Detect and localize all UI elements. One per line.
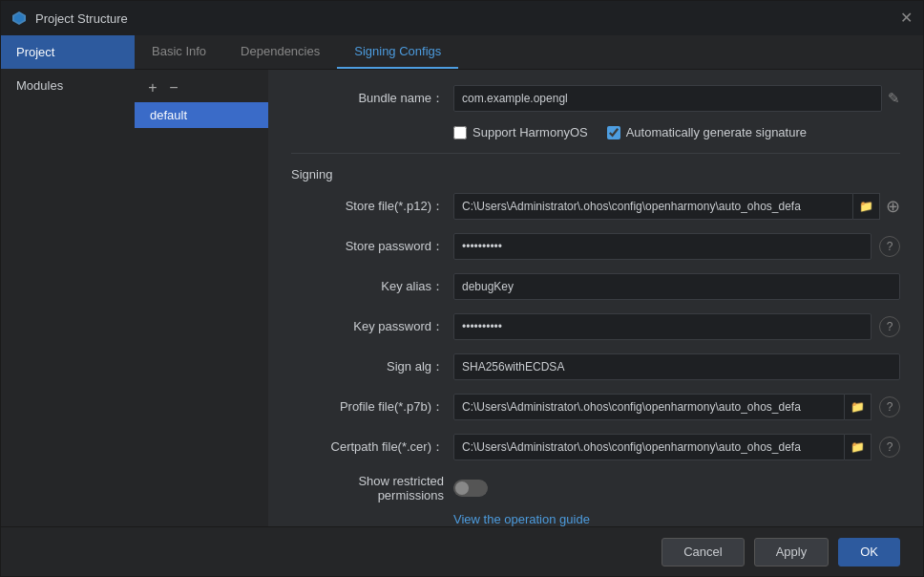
profile-file-label: Profile file(*.p7b)： [291, 398, 453, 416]
certpath-file-input-group: 📁 [453, 434, 872, 460]
certpath-file-row: Certpath file(*.cer)： 📁 ? [291, 434, 900, 460]
profile-file-row: Profile file(*.p7b)： 📁 ? [291, 394, 900, 420]
ok-button[interactable]: OK [838, 538, 900, 566]
main-area: Project Modules Basic Info Dependencies … [1, 35, 923, 526]
sidebar-item-project[interactable]: Project [1, 35, 135, 69]
store-file-row: Store file(*.p12)： 📁 ⊕ [291, 193, 900, 220]
store-password-row: Store password： ? [291, 233, 900, 260]
show-restricted-label: Show restricted permissions [291, 474, 453, 502]
app-icon [10, 10, 28, 27]
window-title: Project Structure [35, 11, 898, 26]
key-alias-row: Key alias： [291, 273, 900, 300]
store-file-input[interactable] [453, 193, 853, 220]
sign-alg-input[interactable] [453, 353, 900, 380]
key-alias-input[interactable] [453, 273, 900, 300]
cancel-button[interactable]: Cancel [662, 538, 744, 566]
folder-icon-2: 📁 [850, 400, 865, 414]
sign-alg-row: Sign alg： [291, 353, 900, 380]
bundle-name-row: Bundle name： ✎ [291, 85, 900, 112]
title-bar: Project Structure ✕ [1, 1, 923, 35]
store-password-input[interactable] [453, 233, 872, 260]
show-restricted-toggle[interactable] [453, 480, 488, 497]
main-window: Project Structure ✕ Project Modules Basi… [0, 0, 924, 577]
certpath-file-input[interactable] [453, 434, 845, 460]
panel: + − default Bundle name： ✎ [135, 70, 923, 526]
store-file-label: Store file(*.p12)： [291, 198, 453, 215]
operation-guide-container: View the operation guide [453, 512, 900, 526]
checkbox-row: Support HarmonyOS Automatically generate… [453, 125, 900, 139]
auto-signature-label: Automatically generate signature [626, 125, 807, 139]
remove-module-button[interactable]: − [163, 77, 184, 98]
tab-basic-info[interactable]: Basic Info [135, 35, 223, 69]
key-password-input[interactable] [453, 313, 872, 340]
folder-icon: 📁 [859, 200, 873, 213]
certpath-file-help-icon[interactable]: ? [879, 437, 900, 458]
sign-alg-label: Sign alg： [291, 358, 453, 375]
module-toolbar: + − [135, 74, 268, 102]
module-list: + − default [135, 70, 268, 526]
operation-guide-link[interactable]: View the operation guide [453, 512, 590, 526]
store-file-input-group: 📁 [453, 193, 880, 220]
profile-file-browse-button[interactable]: 📁 [845, 394, 872, 420]
close-icon[interactable]: ✕ [898, 11, 914, 26]
sidebar: Project Modules [1, 35, 135, 526]
profile-file-help-icon[interactable]: ? [879, 396, 900, 417]
support-harmonyos-label: Support HarmonyOS [472, 125, 588, 139]
profile-file-input[interactable] [453, 394, 845, 420]
support-harmonyos-checkbox[interactable]: Support HarmonyOS [453, 125, 588, 139]
certpath-file-browse-button[interactable]: 📁 [845, 434, 872, 460]
toggle-slider [453, 480, 488, 497]
auto-signature-checkbox[interactable]: Automatically generate signature [607, 125, 807, 139]
show-restricted-row: Show restricted permissions [291, 474, 900, 502]
bundle-name-label: Bundle name： [291, 90, 453, 107]
folder-icon-3: 📁 [850, 440, 865, 454]
bundle-name-input[interactable] [453, 85, 882, 112]
divider [291, 153, 900, 154]
footer: Cancel Apply OK [1, 526, 923, 576]
profile-file-input-group: 📁 [453, 394, 872, 420]
signing-section-title: Signing [291, 167, 900, 182]
store-file-browse-button[interactable]: 📁 [853, 193, 880, 220]
key-password-row: Key password： ? [291, 313, 900, 340]
tabs: Basic Info Dependencies Signing Configs [135, 35, 923, 70]
sidebar-item-modules[interactable]: Modules [1, 69, 135, 102]
fingerprint-icon[interactable]: ⊕ [886, 196, 900, 217]
key-password-help-icon[interactable]: ? [879, 316, 900, 337]
edit-icon[interactable]: ✎ [888, 90, 900, 107]
store-password-help-icon[interactable]: ? [879, 236, 900, 257]
certpath-file-label: Certpath file(*.cer)： [291, 438, 453, 456]
add-module-button[interactable]: + [142, 77, 163, 98]
module-default[interactable]: default [135, 102, 268, 128]
form-content: Bundle name： ✎ Support HarmonyOS Automat… [268, 70, 923, 526]
tab-dependencies[interactable]: Dependencies [223, 35, 337, 69]
key-alias-label: Key alias： [291, 278, 453, 295]
key-password-label: Key password： [291, 318, 453, 335]
apply-button[interactable]: Apply [754, 538, 830, 566]
store-password-label: Store password： [291, 238, 453, 255]
tab-signing-configs[interactable]: Signing Configs [337, 35, 458, 69]
content-area: Basic Info Dependencies Signing Configs … [135, 35, 923, 526]
